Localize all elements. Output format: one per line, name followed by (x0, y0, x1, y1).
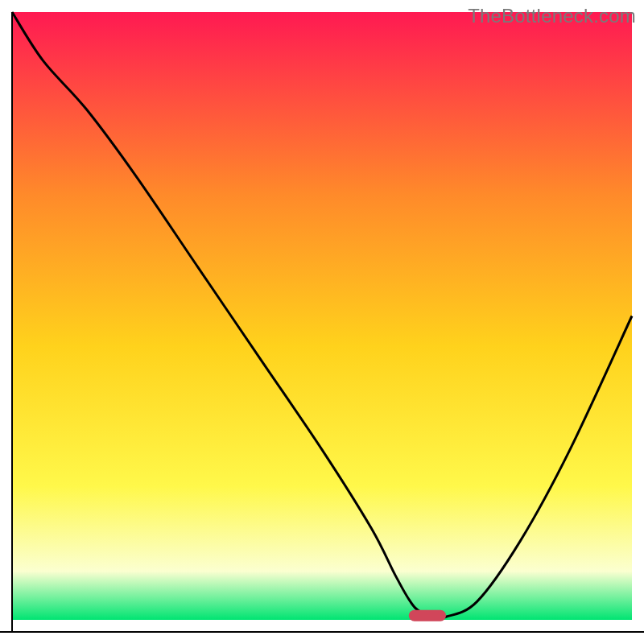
chart-container: TheBottleneck.com (0, 0, 644, 644)
optimal-marker (409, 610, 446, 621)
bottleneck-chart (0, 0, 644, 644)
plot-background (12, 12, 632, 620)
watermark-text: TheBottleneck.com (468, 5, 636, 27)
